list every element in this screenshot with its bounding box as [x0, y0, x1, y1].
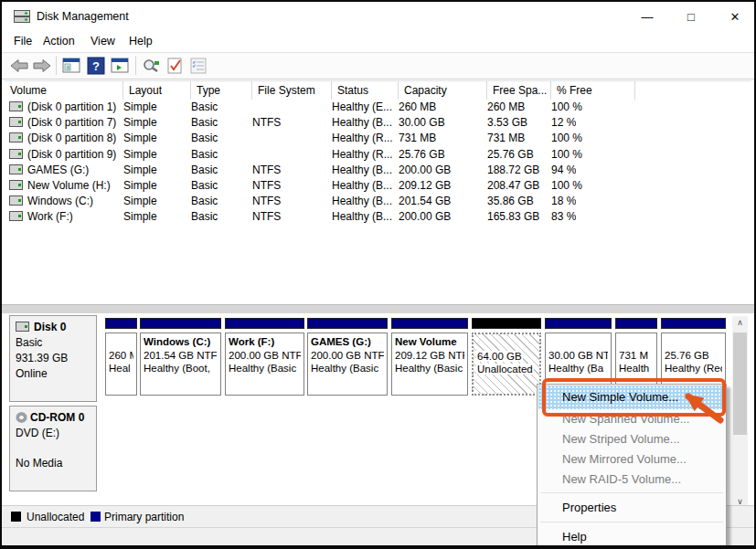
- action-pane-icon[interactable]: [110, 56, 130, 76]
- vertical-scrollbar[interactable]: ∧ ∨: [732, 316, 748, 510]
- close-button[interactable]: ✕: [719, 6, 751, 28]
- partition-status: Healthy (Basic: [229, 362, 301, 375]
- cell-capacity: 260 MB: [399, 100, 436, 115]
- cell-status: Healthy (B...: [332, 163, 392, 178]
- cell-percent-free: 100 %: [551, 147, 582, 163]
- primary-partition-strip: [661, 318, 726, 329]
- forward-icon[interactable]: [32, 56, 52, 76]
- partition-name: Windows (C:): [144, 335, 218, 349]
- cell-file-system: NTFS: [252, 178, 281, 194]
- cell-layout: Simple: [123, 100, 157, 115]
- cell-layout: Simple: [123, 115, 157, 131]
- cell-free-space: 208.47 GB: [487, 178, 539, 194]
- volume-list: (Disk 0 partition 1) Simple Basic Health…: [5, 100, 751, 304]
- svg-text:?: ?: [92, 59, 100, 73]
- console-tree-icon[interactable]: [61, 56, 81, 76]
- cdrom-panel[interactable]: CD-ROM 0 DVD (E:) No Media: [9, 406, 97, 491]
- cdrom-media: No Media: [16, 457, 91, 470]
- column-header-layout[interactable]: Layout: [123, 81, 191, 100]
- table-row[interactable]: New Volume (H:) Simple Basic NTFS Health…: [5, 178, 751, 194]
- partition-size: 200.00 GB NTF: [311, 349, 384, 363]
- cell-capacity: 731 MB: [399, 131, 436, 146]
- volume-name: (Disk 0 partition 7): [27, 116, 116, 129]
- cell-status: Healthy (R...: [332, 131, 393, 146]
- partition-size: 200.00 GB NTF: [229, 349, 301, 363]
- table-row[interactable]: (Disk 0 partition 1) Simple Basic Health…: [5, 100, 751, 115]
- cell-free-space: 188.72 GB: [487, 163, 539, 178]
- minimize-button[interactable]: —: [631, 6, 664, 28]
- volume-name: Windows (C:): [27, 195, 93, 207]
- cell-free-space: 3.53 GB: [487, 115, 527, 131]
- primary-partition-strip: [615, 318, 657, 329]
- scroll-up-icon[interactable]: ∧: [732, 316, 748, 331]
- partition-block-unallocated[interactable]: 64.00 GB Unallocated: [472, 318, 541, 396]
- partition-name: [476, 336, 537, 350]
- scrollbar-thumb[interactable]: [733, 333, 747, 435]
- volume-icon: [9, 117, 23, 127]
- cell-free-space: 35.86 GB: [487, 194, 534, 209]
- volume-icon: [9, 132, 23, 143]
- menu-view[interactable]: View: [91, 35, 115, 48]
- partition-block-games-g[interactable]: GAMES (G:) 200.00 GB NTF Healthy (Basic: [307, 318, 388, 396]
- maximize-button[interactable]: □: [675, 6, 708, 28]
- menu-file[interactable]: File: [14, 35, 32, 48]
- partition-name: [109, 335, 133, 349]
- check-icon[interactable]: [165, 56, 185, 76]
- cell-type: Basic: [191, 115, 218, 131]
- table-row[interactable]: (Disk 0 partition 9) Simple Basic Health…: [5, 147, 751, 163]
- cell-capacity: 200.00 GB: [399, 163, 451, 178]
- column-header-volume[interactable]: Volume: [5, 81, 123, 100]
- toolbar-separator: [135, 56, 136, 75]
- table-row[interactable]: Work (F:) Simple Basic NTFS Healthy (B..…: [5, 209, 751, 225]
- list-icon[interactable]: [188, 56, 208, 76]
- cell-type: Basic: [191, 209, 218, 225]
- table-row[interactable]: GAMES (G:) Simple Basic NTFS Healthy (B.…: [5, 163, 751, 178]
- menu-item-help[interactable]: Help: [538, 525, 725, 548]
- cell-capacity: 201.54 GB: [399, 194, 451, 209]
- disk-management-app-icon: [14, 10, 30, 23]
- disk0-panel[interactable]: Disk 0 Basic 931.39 GB Online: [9, 315, 97, 402]
- properties-icon[interactable]: [141, 56, 161, 76]
- unallocated-strip: [472, 318, 541, 329]
- partition-block-new-volume[interactable]: New Volume 209.12 GB NTF Healthy (Basic: [391, 318, 468, 396]
- partition-size: 30.00 GB NT: [548, 349, 608, 363]
- partition-status: Healthy (Ba: [548, 362, 608, 375]
- title-bar: Disk Management — □ ✕: [2, 2, 754, 31]
- partition-name: GAMES (G:): [311, 335, 384, 349]
- column-header-percent-free[interactable]: % Free: [551, 81, 635, 100]
- cell-status: Healthy (B...: [332, 209, 392, 225]
- partition-status: Healthy (Rec: [665, 362, 722, 375]
- table-row[interactable]: Windows (C:) Simple Basic NTFS Healthy (…: [5, 194, 751, 209]
- menu-item-new-mirrored-volume: New Mirrored Volume...: [538, 449, 725, 470]
- column-header-type[interactable]: Type: [191, 81, 252, 100]
- partition-name: [619, 335, 654, 349]
- partition-status: Health: [619, 362, 654, 375]
- menu-item-new-striped-volume: New Striped Volume...: [538, 429, 725, 449]
- back-icon[interactable]: [9, 56, 29, 76]
- partition-block-efi[interactable]: 260 M Heal: [105, 318, 137, 396]
- cell-percent-free: 12 %: [551, 115, 576, 131]
- column-header-status[interactable]: Status: [332, 81, 399, 100]
- cell-layout: Simple: [123, 194, 157, 209]
- partition-block-work-f[interactable]: Work (F:) 200.00 GB NTF Healthy (Basic: [225, 318, 304, 396]
- menu-item-properties[interactable]: Properties: [538, 496, 725, 519]
- cell-free-space: 731 MB: [487, 131, 525, 146]
- cell-status: Healthy (R...: [332, 147, 393, 163]
- table-row[interactable]: (Disk 0 partition 8) Simple Basic Health…: [5, 131, 751, 146]
- menu-action[interactable]: Action: [43, 35, 75, 48]
- cell-percent-free: 100 %: [551, 178, 582, 194]
- cdrom-drive: DVD (E:): [16, 427, 91, 439]
- volume-name: Work (F:): [27, 210, 73, 223]
- column-header-free-space[interactable]: Free Spa...: [487, 81, 551, 100]
- column-header-file-system[interactable]: File System: [252, 81, 332, 100]
- cell-layout: Simple: [123, 131, 157, 146]
- volume-icon: [9, 195, 23, 206]
- help-icon[interactable]: ?: [86, 56, 106, 76]
- column-header-capacity[interactable]: Capacity: [399, 81, 487, 100]
- volume-name: New Volume (H:): [27, 179, 111, 192]
- cell-layout: Simple: [123, 209, 157, 225]
- menu-help[interactable]: Help: [129, 35, 153, 48]
- annotation-arrow-icon: [673, 382, 729, 426]
- partition-block-windows-c[interactable]: Windows (C:) 201.54 GB NTF Healthy (Boot…: [140, 318, 221, 396]
- table-row[interactable]: (Disk 0 partition 7) Simple Basic NTFS H…: [5, 115, 751, 131]
